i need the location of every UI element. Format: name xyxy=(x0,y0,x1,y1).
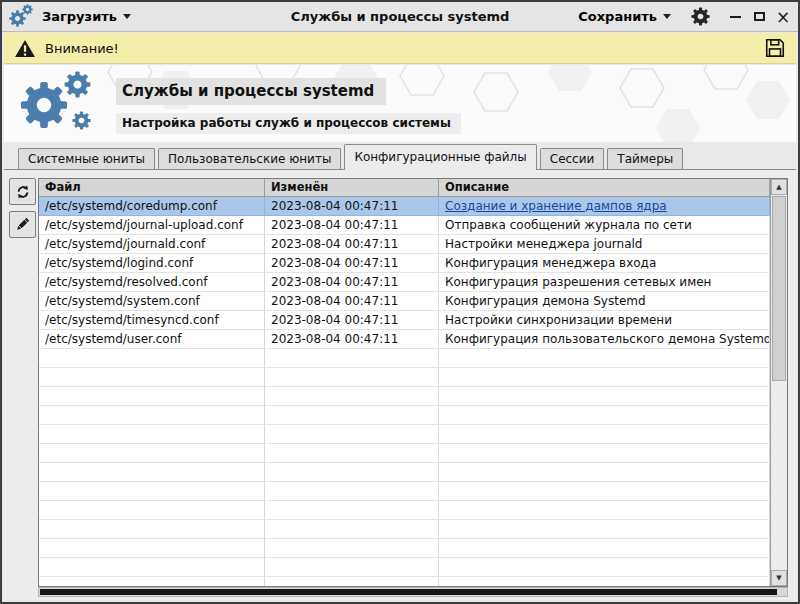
table-row[interactable]: /etc/systemd/logind.conf2023-08-04 00:47… xyxy=(39,254,770,273)
table-row-empty xyxy=(39,577,770,586)
description-cell[interactable]: Конфигурация менеджера входа xyxy=(439,254,770,273)
column-header-modified[interactable]: Изменён xyxy=(265,179,439,197)
refresh-button[interactable] xyxy=(9,178,36,205)
pencil-icon xyxy=(14,216,31,233)
empty-cell xyxy=(265,349,439,368)
modified-cell[interactable]: 2023-08-04 00:47:11 xyxy=(265,330,439,349)
titlebar: Загрузить Службы и процессы systemd Сохр… xyxy=(2,2,798,32)
scroll-up-button[interactable]: ▲ xyxy=(771,179,787,195)
description-cell[interactable]: Конфигурация демона Systemd xyxy=(439,292,770,311)
empty-cell xyxy=(265,387,439,406)
empty-cell xyxy=(265,406,439,425)
save-file-button[interactable] xyxy=(764,37,786,59)
tab-config-files[interactable]: Конфигурационные файлы xyxy=(344,144,536,170)
modified-cell[interactable]: 2023-08-04 00:47:11 xyxy=(265,235,439,254)
column-header-file[interactable]: Файл xyxy=(39,179,265,197)
table-row-empty xyxy=(39,482,770,501)
scroll-down-button[interactable]: ▼ xyxy=(771,570,787,586)
table-row-empty xyxy=(39,444,770,463)
minimize-icon xyxy=(730,16,741,18)
file-cell[interactable]: /etc/systemd/coredump.conf xyxy=(39,197,265,216)
modified-cell[interactable]: 2023-08-04 00:47:11 xyxy=(265,273,439,292)
table-row[interactable]: /etc/systemd/coredump.conf2023-08-04 00:… xyxy=(39,197,770,216)
gears-app-icon xyxy=(8,4,34,30)
empty-cell xyxy=(265,577,439,586)
minimize-button[interactable] xyxy=(728,9,742,25)
tab-timers[interactable]: Таймеры xyxy=(607,148,683,169)
table-row[interactable]: /etc/systemd/system.conf2023-08-04 00:47… xyxy=(39,292,770,311)
description-cell[interactable]: Конфигурация разрешения сетевых имен xyxy=(439,273,770,292)
description-link[interactable]: Создание и хранение дампов ядра xyxy=(445,197,763,215)
empty-cell xyxy=(39,406,265,425)
empty-cell xyxy=(439,349,770,368)
chevron-down-icon xyxy=(663,14,671,19)
empty-cell xyxy=(439,387,770,406)
empty-cell xyxy=(39,482,265,501)
empty-cell xyxy=(39,520,265,539)
empty-cell xyxy=(39,444,265,463)
table-row[interactable]: /etc/systemd/user.conf2023-08-04 00:47:1… xyxy=(39,330,770,349)
file-cell[interactable]: /etc/systemd/resolved.conf xyxy=(39,273,265,292)
refresh-icon xyxy=(14,183,32,201)
load-button[interactable]: Загрузить xyxy=(34,6,139,27)
description-cell[interactable]: Создание и хранение дампов ядра xyxy=(439,197,770,216)
horizontal-scrollbar[interactable] xyxy=(38,587,788,597)
table-row[interactable]: /etc/systemd/journal-upload.conf2023-08-… xyxy=(39,216,770,235)
arrow-down-icon: ▼ xyxy=(776,574,781,582)
edit-button[interactable] xyxy=(9,211,36,238)
empty-cell xyxy=(39,577,265,586)
table-row-empty xyxy=(39,425,770,444)
empty-cell xyxy=(439,501,770,520)
empty-cell xyxy=(439,368,770,387)
table-row-empty xyxy=(39,387,770,406)
table-row-empty xyxy=(39,539,770,558)
app-window: Загрузить Службы и процессы systemd Сохр… xyxy=(0,0,800,604)
file-cell[interactable]: /etc/systemd/journal-upload.conf xyxy=(39,216,265,235)
vertical-scroll-track[interactable] xyxy=(771,195,787,570)
empty-cell xyxy=(439,577,770,586)
file-cell[interactable]: /etc/systemd/timesyncd.conf xyxy=(39,311,265,330)
gear-icon[interactable] xyxy=(691,7,710,26)
modified-cell[interactable]: 2023-08-04 00:47:11 xyxy=(265,197,439,216)
empty-cell xyxy=(265,444,439,463)
empty-cell xyxy=(39,349,265,368)
table-row[interactable]: /etc/systemd/resolved.conf2023-08-04 00:… xyxy=(39,273,770,292)
table-row[interactable]: /etc/systemd/journald.conf2023-08-04 00:… xyxy=(39,235,770,254)
file-cell[interactable]: /etc/systemd/system.conf xyxy=(39,292,265,311)
column-header-description[interactable]: Описание xyxy=(439,179,770,197)
page-title: Службы и процессы systemd xyxy=(116,78,386,105)
file-cell[interactable]: /etc/systemd/journald.conf xyxy=(39,235,265,254)
description-cell[interactable]: Конфигурация пользовательского демона Sy… xyxy=(439,330,770,349)
gears-logo xyxy=(20,71,100,141)
empty-cell xyxy=(439,444,770,463)
tab-system-units[interactable]: Системные юниты xyxy=(18,148,155,169)
file-cell[interactable]: /etc/systemd/logind.conf xyxy=(39,254,265,273)
floppy-disk-icon xyxy=(764,37,786,59)
load-button-label: Загрузить xyxy=(42,9,117,24)
empty-cell xyxy=(265,558,439,577)
empty-cell xyxy=(439,539,770,558)
description-cell[interactable]: Отправка сообщений журнала по сети xyxy=(439,216,770,235)
vertical-scroll-thumb[interactable] xyxy=(772,196,786,381)
tab-sessions[interactable]: Сессии xyxy=(540,148,605,169)
empty-cell xyxy=(265,482,439,501)
empty-cell xyxy=(265,425,439,444)
page-subtitle: Настройка работы служб и процессов систе… xyxy=(116,113,461,134)
file-cell[interactable]: /etc/systemd/user.conf xyxy=(39,330,265,349)
tab-user-units[interactable]: Пользовательские юниты xyxy=(158,148,341,169)
table-row[interactable]: /etc/systemd/timesyncd.conf2023-08-04 00… xyxy=(39,311,770,330)
vertical-scrollbar[interactable]: ▲ ▼ xyxy=(770,179,787,586)
modified-cell[interactable]: 2023-08-04 00:47:11 xyxy=(265,292,439,311)
close-button[interactable]: × xyxy=(776,9,790,25)
description-cell[interactable]: Настройки синхронизации времени xyxy=(439,311,770,330)
save-button[interactable]: Сохранить xyxy=(570,6,679,27)
maximize-button[interactable] xyxy=(752,9,766,25)
side-toolbar xyxy=(9,178,38,244)
modified-cell[interactable]: 2023-08-04 00:47:11 xyxy=(265,311,439,330)
empty-cell xyxy=(439,520,770,539)
modified-cell[interactable]: 2023-08-04 00:47:11 xyxy=(265,254,439,273)
window-controls: × xyxy=(728,9,790,25)
description-cell[interactable]: Настройки менеджера journald xyxy=(439,235,770,254)
modified-cell[interactable]: 2023-08-04 00:47:11 xyxy=(265,216,439,235)
horizontal-scroll-thumb[interactable] xyxy=(40,589,777,595)
